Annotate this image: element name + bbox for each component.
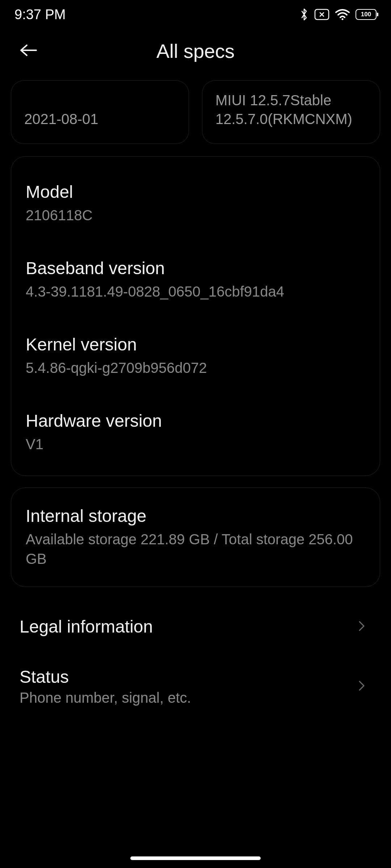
legal-text: Legal information	[20, 617, 153, 637]
wifi-icon	[335, 9, 350, 20]
status-label: Status	[20, 667, 191, 687]
battery-icon: 100	[356, 9, 377, 20]
cast-x-icon	[314, 9, 329, 20]
legal-label: Legal information	[20, 617, 153, 637]
status-bar: 9:37 PM 100	[0, 0, 391, 29]
content: 2021-08-01 MIUI 12.5.7Stable 12.5.7.0(RK…	[0, 73, 391, 721]
page-header: All specs	[0, 29, 391, 73]
spec-baseband-label: Baseband version	[26, 258, 365, 278]
spec-model-label: Model	[26, 182, 365, 202]
storage-label: Internal storage	[26, 506, 365, 526]
home-indicator[interactable]	[130, 856, 261, 860]
spec-hardware-value: V1	[26, 434, 365, 454]
spec-kernel[interactable]: Kernel version 5.4.86-qgki-g2709b956d072	[26, 335, 365, 378]
miui-version-line2: 12.5.7.0(RKMCNXM)	[215, 110, 367, 128]
storage-value: Available storage 221.89 GB / Total stor…	[26, 529, 365, 569]
security-patch-value: 2021-08-01	[24, 110, 176, 128]
chevron-right-icon	[358, 620, 366, 634]
spec-model-value: 2106118C	[26, 205, 365, 225]
miui-version-card[interactable]: MIUI 12.5.7Stable 12.5.7.0(RKMCNXM)	[202, 80, 380, 144]
miui-version-line1: MIUI 12.5.7Stable	[215, 91, 367, 110]
legal-information-row[interactable]: Legal information	[11, 601, 380, 652]
spec-hardware-label: Hardware version	[26, 411, 365, 431]
security-patch-card[interactable]: 2021-08-01	[11, 80, 189, 144]
back-button[interactable]	[18, 43, 38, 59]
status-sub: Phone number, signal, etc.	[20, 690, 191, 706]
spec-kernel-label: Kernel version	[26, 335, 365, 354]
status-text: Status Phone number, signal, etc.	[20, 667, 191, 706]
page-title: All specs	[18, 40, 373, 62]
battery-level: 100	[356, 9, 377, 20]
svg-point-1	[342, 18, 344, 20]
status-row[interactable]: Status Phone number, signal, etc.	[11, 652, 380, 721]
spec-baseband[interactable]: Baseband version 4.3-39.1181.49-0828_065…	[26, 258, 365, 301]
status-time: 9:37 PM	[14, 7, 66, 22]
chevron-right-icon	[358, 679, 366, 694]
status-icons: 100	[300, 8, 377, 21]
storage-card[interactable]: Internal storage Available storage 221.8…	[11, 488, 380, 587]
spec-hardware[interactable]: Hardware version V1	[26, 411, 365, 454]
bluetooth-icon	[300, 8, 308, 21]
top-cards-row: 2021-08-01 MIUI 12.5.7Stable 12.5.7.0(RK…	[11, 80, 380, 144]
spec-baseband-value: 4.3-39.1181.49-0828_0650_16cbf91da4	[26, 282, 365, 301]
spec-model[interactable]: Model 2106118C	[26, 182, 365, 225]
specs-card: Model 2106118C Baseband version 4.3-39.1…	[11, 156, 380, 476]
spec-kernel-value: 5.4.86-qgki-g2709b956d072	[26, 358, 365, 378]
